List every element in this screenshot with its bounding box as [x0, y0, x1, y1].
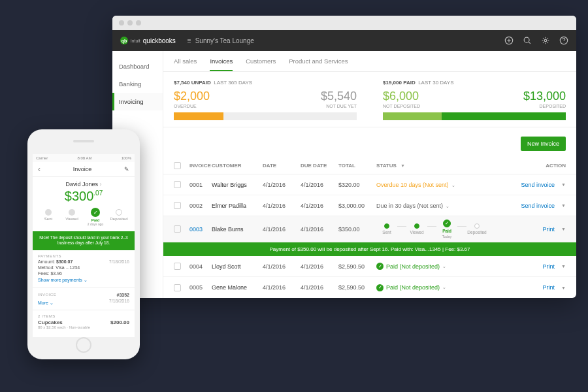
brand-logo[interactable]: qb intuit quickbooks [120, 37, 176, 44]
check-icon: ✓ [376, 263, 384, 270]
browser-window: qb intuit quickbooks ≡ Sunny's Tea Loung… [112, 16, 576, 298]
table-row[interactable]: 0002 Elmer Padilla 4/1/2016 4/1/2016 $3,… [163, 195, 576, 216]
col-customer[interactable]: CUSTOMER [212, 163, 263, 169]
invoice-meta-section: INVOICE#3352 More ⌄7/18/2016 [33, 287, 135, 310]
col-duedate[interactable]: DUE DATE [301, 163, 338, 169]
tab-all-sales[interactable]: All sales [174, 57, 197, 71]
unpaid-bar [174, 112, 357, 120]
col-action: ACTION [520, 163, 566, 169]
help-icon[interactable] [559, 36, 568, 45]
search-icon[interactable] [523, 36, 532, 45]
table-toolbar: New Invoice [163, 127, 576, 157]
company-name: Sunny's Tea Lounge [195, 37, 254, 44]
print-link[interactable]: Print [543, 226, 555, 233]
tabs: All sales Invoices Customers Product and… [163, 51, 576, 72]
traffic-light-icon[interactable] [136, 20, 141, 25]
brand-text: quickbooks [143, 37, 176, 44]
row-checkbox[interactable] [174, 202, 181, 209]
action-menu-icon[interactable]: ▼ [561, 182, 566, 187]
select-all-checkbox[interactable] [174, 162, 181, 169]
tab-customers[interactable]: Customers [246, 57, 276, 71]
more-link[interactable]: More ⌄ [38, 301, 54, 306]
screen-title: Invoice [73, 166, 92, 172]
tab-invoices[interactable]: Invoices [210, 57, 233, 71]
chevron-down-icon[interactable]: ⌄ [442, 264, 446, 269]
sort-icon: ▼ [400, 163, 405, 168]
main-content: All sales Invoices Customers Product and… [163, 51, 576, 298]
payments-section: PAYMENTS Amount: $300.077/18/2016 Method… [33, 250, 135, 287]
col-status[interactable]: STATUS ▼ [376, 163, 520, 169]
traffic-light-icon[interactable] [127, 20, 133, 25]
sidebar-item-banking[interactable]: Banking [112, 75, 163, 93]
action-menu-icon[interactable]: ▼ [561, 203, 566, 208]
action-menu-icon[interactable]: ▼ [561, 227, 566, 231]
sidebar-item-dashboard[interactable]: Dashboard [112, 57, 163, 75]
paid-bar [383, 112, 566, 120]
chevron-down-icon[interactable]: ⌄ [446, 204, 449, 208]
svg-point-1 [524, 37, 529, 42]
svg-point-2 [544, 39, 547, 42]
show-more-payments-link[interactable]: Show more payments ⌄ [38, 278, 88, 283]
new-invoice-button[interactable]: New Invoice [521, 137, 566, 151]
stat-dep-amount: $13,000 [523, 90, 566, 103]
deposit-banner: Payment of $350.00 will be deposited aft… [163, 242, 576, 256]
deposit-notice: Nice! The deposit should land in your ba… [33, 231, 135, 250]
qb-mark-icon: qb [120, 37, 128, 44]
print-link[interactable]: Print [543, 284, 555, 291]
print-link[interactable]: Print [543, 263, 555, 270]
check-icon: ✓ [91, 208, 100, 217]
chevron-down-icon[interactable]: ⌄ [442, 285, 446, 289]
phone-screen: Carrier8:08 AM100% ‹ Invoice ✎ David Jon… [33, 154, 135, 337]
col-date[interactable]: DATE [263, 163, 301, 169]
phone-header: ‹ Invoice ✎ [33, 162, 135, 177]
edit-icon[interactable]: ✎ [124, 166, 129, 172]
chevron-down-icon[interactable]: ⌄ [451, 183, 455, 188]
phone-statusbar: Carrier8:08 AM100% [33, 154, 135, 162]
back-icon[interactable]: ‹ [38, 165, 41, 174]
table-row-expanded[interactable]: 0003 Blake Burns 4/1/2016 4/1/2016 $350.… [163, 216, 576, 242]
row-checkbox[interactable] [174, 284, 181, 291]
check-icon: ✓ [443, 220, 451, 227]
action-menu-icon[interactable]: ▼ [561, 286, 566, 290]
hamburger-icon: ≡ [188, 37, 191, 44]
add-icon[interactable] [504, 36, 514, 45]
table-row[interactable]: 0004 Lloyd Scott 4/1/2016 4/1/2016 $2,59… [163, 256, 576, 277]
row-checkbox[interactable] [174, 225, 181, 233]
action-menu-icon[interactable]: ▼ [561, 264, 566, 269]
row-checkbox[interactable] [174, 263, 181, 270]
invoice-table: INVOICE CUSTOMER DATE DUE DATE TOTAL STA… [163, 157, 576, 298]
stats-panel: $7,540 UNPAID LAST 365 DAYS $2,000OVERDU… [163, 72, 576, 127]
tab-products[interactable]: Product and Services [289, 57, 348, 71]
window-chrome [112, 16, 576, 30]
phone-timeline: Sent Viewed ✓Paid2 days ago Deposited [33, 209, 135, 226]
app-topbar: qb intuit quickbooks ≡ Sunny's Tea Loung… [112, 30, 576, 51]
table-row[interactable]: 0001 Walter Briggs 4/1/2016 4/1/2016 $32… [163, 174, 576, 195]
stat-overdue-amount: $2,000 [174, 90, 210, 103]
stat-unpaid-head: $7,540 UNPAID LAST 365 DAYS [174, 80, 357, 86]
invoice-amount: $300.07 [33, 189, 135, 204]
traffic-light-icon[interactable] [119, 20, 124, 25]
company-switcher[interactable]: ≡ Sunny's Tea Lounge [188, 37, 254, 44]
gear-icon[interactable] [541, 36, 550, 45]
stat-notdep-amount: $6,000 [383, 90, 420, 103]
table-row[interactable]: 0005 Gene Malone 4/1/2016 4/1/2016 $2,59… [163, 277, 576, 298]
status-timeline: Sent Viewed ✓PaidToday Deposited [376, 220, 520, 238]
send-invoice-link[interactable]: Send invoice [521, 182, 555, 188]
send-invoice-link[interactable]: Send invoice [521, 203, 555, 209]
phone-mockup: Carrier8:08 AM100% ‹ Invoice ✎ David Jon… [27, 129, 140, 359]
brand-pretext: intuit [131, 39, 140, 43]
col-invoice[interactable]: INVOICE [189, 163, 212, 169]
stat-notdue-amount: $5,540 [321, 90, 357, 103]
items-section: 2 ITEMS Cupcakes$200.00 80 x $2.50 each … [33, 310, 135, 333]
stat-paid-head: $19,000 PAID LAST 30 DAYS [383, 80, 566, 86]
sidebar-item-invoicing[interactable]: Invoicing [112, 93, 163, 110]
col-total[interactable]: TOTAL [338, 163, 376, 169]
check-icon: ✓ [376, 284, 384, 291]
row-checkbox[interactable] [174, 181, 181, 188]
customer-name[interactable]: David Jones › [33, 181, 135, 188]
